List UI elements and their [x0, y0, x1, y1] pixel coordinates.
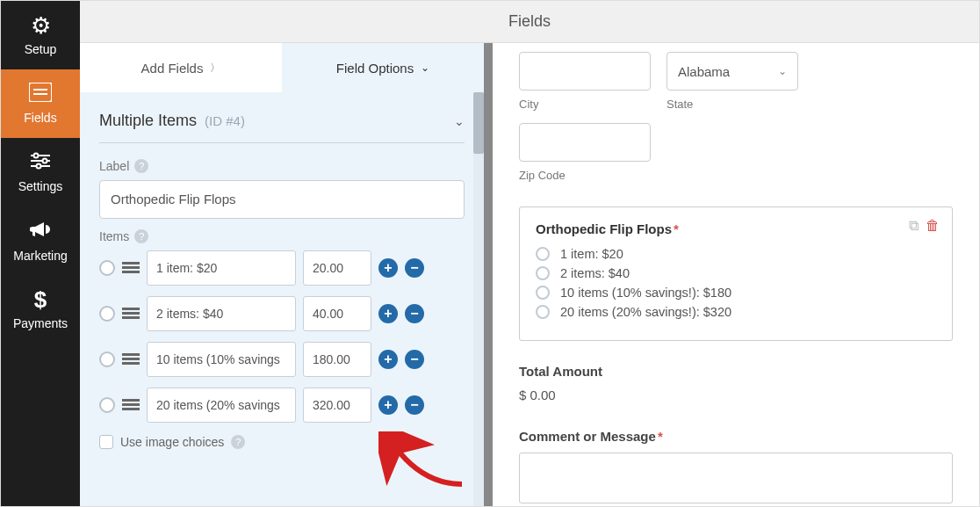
dollar-icon: $	[34, 288, 47, 311]
sidebar-item-label: Payments	[13, 316, 68, 330]
remove-item-button[interactable]: −	[405, 258, 424, 278]
comment-textarea[interactable]	[519, 453, 953, 503]
item-price-input[interactable]	[303, 387, 371, 423]
state-select[interactable]: Alabama ⌄	[667, 52, 798, 91]
chevron-down-icon: ⌄	[778, 65, 787, 77]
chevron-right-icon: 〉	[210, 61, 220, 76]
sidebar-item-settings[interactable]: Settings	[1, 138, 80, 206]
add-item-button[interactable]: +	[378, 395, 398, 415]
help-icon[interactable]: ?	[134, 229, 148, 243]
scrollbar-track[interactable]	[473, 92, 484, 506]
item-default-radio[interactable]	[99, 351, 115, 367]
topbar: Fields	[80, 1, 979, 43]
drag-handle-icon[interactable]	[122, 260, 140, 276]
city-input[interactable]	[519, 52, 651, 91]
duplicate-icon[interactable]: ⧉	[909, 218, 919, 234]
svg-point-4	[34, 154, 39, 158]
tab-add-fields[interactable]: Add Fields 〉	[80, 43, 282, 92]
remove-item-button[interactable]: −	[405, 304, 424, 323]
add-item-button[interactable]: +	[378, 304, 398, 323]
use-image-choices-row: Use image choices ?	[99, 435, 465, 449]
item-price-input[interactable]	[303, 250, 371, 286]
item-row: + −	[99, 250, 465, 286]
option-row[interactable]: 2 items: $40	[536, 266, 936, 280]
trash-icon[interactable]: 🗑	[926, 218, 940, 234]
label-caption: Label ?	[99, 159, 465, 173]
builder-tabs: Add Fields 〉 Field Options ⌄	[80, 43, 484, 92]
item-row: + −	[99, 387, 465, 423]
option-radio[interactable]	[536, 305, 550, 319]
zip-input[interactable]	[519, 123, 651, 162]
option-row[interactable]: 20 items (20% savings!): $320	[536, 305, 936, 319]
item-row: + −	[99, 342, 465, 377]
use-image-choices-label: Use image choices	[120, 435, 224, 449]
sidebar-item-payments[interactable]: $ Payments	[1, 275, 80, 344]
svg-point-8	[37, 164, 41, 169]
option-radio[interactable]	[536, 266, 550, 280]
required-asterisk: *	[658, 429, 663, 444]
option-label: 1 item: $20	[560, 247, 623, 261]
item-price-input[interactable]	[303, 342, 371, 377]
total-amount-label: Total Amount	[519, 364, 953, 379]
remove-item-button[interactable]: −	[405, 350, 424, 369]
section-title: Multiple Items	[99, 112, 197, 129]
builder-panel: Add Fields 〉 Field Options ⌄ Multiple It…	[80, 43, 493, 506]
state-sublabel: State	[667, 98, 798, 111]
preview-panel: City Alabama ⌄ State Zip Code	[493, 43, 979, 506]
chevron-down-icon: ⌄	[421, 62, 429, 74]
add-item-button[interactable]: +	[378, 350, 398, 369]
sidebar-item-label: Fields	[24, 111, 56, 125]
chevron-down-icon: ⌄	[454, 114, 465, 128]
option-radio[interactable]	[536, 286, 550, 300]
section-header[interactable]: Multiple Items (ID #4) ⌄	[99, 92, 465, 143]
total-amount-block: Total Amount $ 0.00	[519, 364, 953, 402]
sidebar-item-setup[interactable]: ⚙ Setup	[1, 1, 80, 69]
options-panel-scroll[interactable]: Multiple Items (ID #4) ⌄ Label ? Items ?	[80, 92, 484, 506]
items-list: + − + −	[99, 250, 465, 423]
use-image-choices-checkbox[interactable]	[99, 435, 113, 449]
sidebar: ⚙ Setup Fields Settings Marketing	[1, 1, 80, 506]
option-radio[interactable]	[536, 247, 550, 261]
help-icon[interactable]: ?	[231, 435, 245, 449]
section-id: (ID #4)	[205, 113, 245, 128]
drag-handle-icon[interactable]	[122, 397, 140, 413]
drag-handle-icon[interactable]	[122, 351, 140, 367]
items-caption: Items ?	[99, 229, 465, 243]
option-row[interactable]: 1 item: $20	[536, 247, 936, 261]
help-icon[interactable]: ?	[134, 159, 148, 173]
tab-field-options[interactable]: Field Options ⌄	[282, 43, 484, 92]
bullhorn-icon	[28, 219, 53, 243]
item-name-input[interactable]	[147, 387, 296, 423]
remove-item-button[interactable]: −	[405, 395, 424, 415]
drag-handle-icon[interactable]	[122, 306, 140, 322]
option-row[interactable]: 10 items (10% savings!): $180	[536, 286, 936, 300]
item-name-input[interactable]	[147, 250, 296, 286]
sidebar-item-marketing[interactable]: Marketing	[1, 206, 80, 275]
state-value: Alabama	[678, 64, 730, 79]
total-amount-value: $ 0.00	[519, 387, 953, 402]
item-price-input[interactable]	[303, 296, 371, 331]
label-input[interactable]	[99, 180, 465, 219]
item-name-input[interactable]	[147, 342, 296, 377]
gear-icon: ⚙	[31, 14, 51, 37]
field-actions: ⧉ 🗑	[909, 218, 940, 234]
sidebar-item-fields[interactable]: Fields	[1, 69, 80, 138]
sidebar-item-label: Settings	[18, 179, 63, 193]
svg-rect-0	[29, 83, 52, 102]
comment-label: Comment or Message*	[519, 429, 953, 444]
add-item-button[interactable]: +	[378, 258, 398, 278]
selected-field-card[interactable]: ⧉ 🗑 Orthopedic Flip Flops* 1 item: $20 2…	[519, 206, 953, 341]
option-label: 20 items (20% savings!): $320	[560, 305, 731, 319]
item-default-radio[interactable]	[99, 397, 115, 413]
sliders-icon	[29, 151, 52, 174]
option-label: 10 items (10% savings!): $180	[560, 286, 731, 300]
field-title: Orthopedic Flip Flops*	[536, 221, 936, 236]
item-default-radio[interactable]	[99, 260, 115, 276]
option-label: 2 items: $40	[560, 266, 630, 280]
list-icon	[29, 83, 52, 105]
item-name-input[interactable]	[147, 296, 296, 331]
svg-point-6	[43, 159, 47, 163]
item-default-radio[interactable]	[99, 306, 115, 322]
scrollbar-thumb[interactable]	[473, 92, 484, 154]
item-row: + −	[99, 296, 465, 331]
